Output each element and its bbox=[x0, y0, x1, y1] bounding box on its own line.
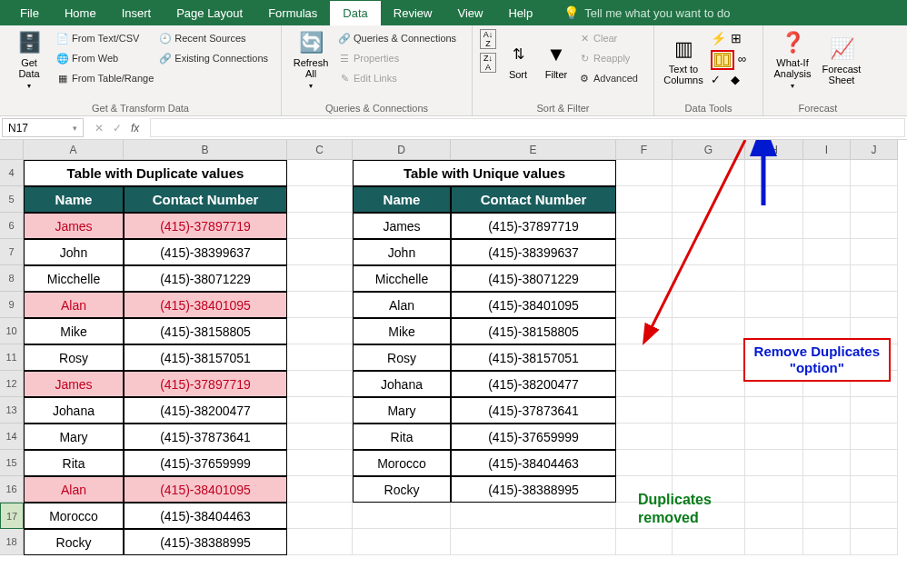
cell[interactable] bbox=[745, 397, 803, 424]
col-header[interactable]: D bbox=[353, 140, 451, 160]
col-header[interactable]: B bbox=[124, 140, 287, 160]
remove-duplicates-button[interactable] bbox=[711, 50, 734, 70]
cell[interactable] bbox=[287, 450, 353, 476]
cell[interactable] bbox=[616, 292, 673, 318]
cell[interactable] bbox=[287, 529, 353, 555]
menu-tab-insert[interactable]: Insert bbox=[109, 1, 164, 25]
menu-tab-file[interactable]: File bbox=[7, 1, 52, 25]
cell[interactable] bbox=[287, 476, 353, 503]
col-header[interactable]: J bbox=[851, 140, 898, 160]
cell[interactable] bbox=[803, 292, 851, 318]
refresh-all-button[interactable]: 🔄 Refresh All ▾ bbox=[289, 29, 333, 93]
cell[interactable] bbox=[803, 186, 851, 213]
cell[interactable] bbox=[745, 450, 803, 476]
cell[interactable] bbox=[745, 529, 803, 555]
cell[interactable] bbox=[673, 265, 745, 292]
cell[interactable] bbox=[745, 476, 803, 503]
cell[interactable] bbox=[803, 450, 851, 476]
cell[interactable] bbox=[673, 371, 745, 397]
cell[interactable] bbox=[803, 397, 851, 424]
cell[interactable] bbox=[745, 213, 803, 239]
menu-tab-view[interactable]: View bbox=[444, 1, 495, 25]
cell[interactable] bbox=[616, 371, 673, 397]
cell[interactable] bbox=[803, 476, 851, 503]
row-header[interactable]: 10 bbox=[0, 318, 24, 344]
cell[interactable] bbox=[673, 529, 745, 555]
col-header[interactable]: I bbox=[803, 140, 851, 160]
cell[interactable] bbox=[803, 265, 851, 292]
cell[interactable] bbox=[851, 239, 898, 265]
col-header[interactable]: G bbox=[673, 140, 745, 160]
cell[interactable] bbox=[287, 239, 353, 265]
cell[interactable] bbox=[851, 450, 898, 476]
cell[interactable] bbox=[616, 424, 673, 450]
menu-tab-help[interactable]: Help bbox=[495, 1, 545, 25]
col-header[interactable]: F bbox=[616, 140, 673, 160]
sort-button[interactable]: ⇅ Sort bbox=[502, 29, 534, 93]
row-header[interactable]: 18 bbox=[0, 529, 24, 555]
cell[interactable] bbox=[287, 424, 353, 450]
formula-bar[interactable] bbox=[150, 118, 905, 137]
cell[interactable] bbox=[851, 503, 898, 529]
menu-tab-page-layout[interactable]: Page Layout bbox=[164, 1, 255, 25]
cell[interactable] bbox=[803, 529, 851, 555]
tell-me[interactable]: 💡 Tell me what you want to do bbox=[563, 5, 730, 20]
row-header[interactable]: 12 bbox=[0, 371, 24, 397]
select-all-corner[interactable] bbox=[0, 140, 24, 160]
row-header[interactable]: 13 bbox=[0, 397, 24, 424]
cell[interactable] bbox=[673, 292, 745, 318]
row-header[interactable]: 11 bbox=[0, 344, 24, 371]
cell[interactable] bbox=[745, 239, 803, 265]
relationships-icon[interactable]: ∞ bbox=[738, 52, 754, 68]
cell[interactable] bbox=[616, 318, 673, 344]
cell[interactable] bbox=[616, 344, 673, 371]
cell[interactable] bbox=[616, 213, 673, 239]
text-to-columns-button[interactable]: ▥ Text to Columns bbox=[662, 29, 705, 93]
cell[interactable] bbox=[616, 529, 673, 555]
cell[interactable] bbox=[673, 160, 745, 186]
existing-connections[interactable]: 🔗Existing Connections bbox=[159, 49, 268, 67]
cell[interactable] bbox=[673, 213, 745, 239]
name-box[interactable]: N17▾ bbox=[2, 118, 84, 137]
cell[interactable] bbox=[851, 186, 898, 213]
data-model-icon[interactable]: ◆ bbox=[731, 73, 747, 89]
cell[interactable] bbox=[803, 424, 851, 450]
cell[interactable] bbox=[745, 186, 803, 213]
menu-tab-home[interactable]: Home bbox=[52, 1, 109, 25]
row-header[interactable]: 14 bbox=[0, 424, 24, 450]
menu-tab-formulas[interactable]: Formulas bbox=[255, 1, 330, 25]
cell[interactable] bbox=[616, 160, 673, 186]
row-header[interactable]: 6 bbox=[0, 213, 24, 239]
enter-icon[interactable]: ✓ bbox=[113, 122, 122, 135]
data-validation-icon[interactable]: ✓ bbox=[711, 73, 727, 89]
cell[interactable] bbox=[673, 397, 745, 424]
cell[interactable] bbox=[745, 503, 803, 529]
cancel-icon[interactable]: ✕ bbox=[95, 122, 104, 135]
row-header[interactable]: 17 bbox=[0, 503, 24, 529]
what-if-button[interactable]: ❓ What-If Analysis ▾ bbox=[771, 29, 814, 93]
cell[interactable] bbox=[287, 292, 353, 318]
row-header[interactable]: 8 bbox=[0, 265, 24, 292]
cell[interactable] bbox=[451, 529, 616, 555]
cell[interactable] bbox=[673, 318, 745, 344]
cell[interactable] bbox=[851, 397, 898, 424]
row-header[interactable]: 9 bbox=[0, 292, 24, 318]
cell[interactable] bbox=[451, 503, 616, 529]
recent-sources[interactable]: 🕘Recent Sources bbox=[159, 29, 268, 47]
row-header[interactable]: 16 bbox=[0, 476, 24, 503]
cell[interactable] bbox=[673, 239, 745, 265]
row-header[interactable]: 5 bbox=[0, 186, 24, 213]
cell[interactable] bbox=[616, 239, 673, 265]
cell[interactable] bbox=[287, 397, 353, 424]
from-web[interactable]: 🌐From Web bbox=[56, 49, 154, 67]
cell[interactable] bbox=[745, 424, 803, 450]
cell[interactable] bbox=[616, 265, 673, 292]
cell[interactable] bbox=[673, 186, 745, 213]
cell[interactable] bbox=[673, 424, 745, 450]
cell[interactable] bbox=[287, 213, 353, 239]
cell[interactable] bbox=[745, 160, 803, 186]
cell[interactable] bbox=[851, 213, 898, 239]
cell[interactable] bbox=[353, 503, 451, 529]
col-header[interactable]: E bbox=[451, 140, 616, 160]
cell[interactable] bbox=[353, 529, 451, 555]
